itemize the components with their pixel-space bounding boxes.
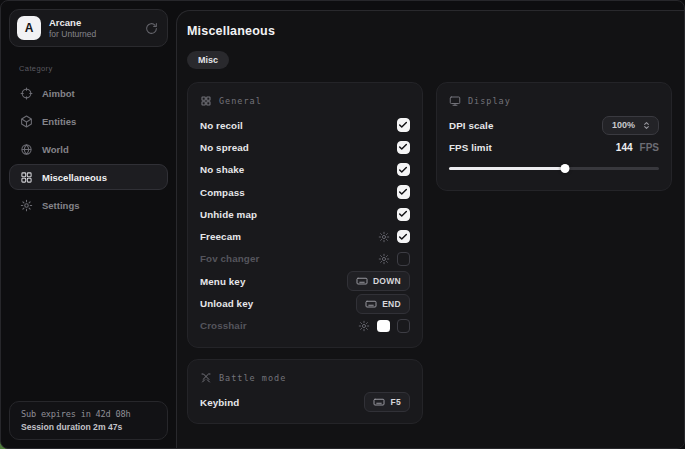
section-title-battle-mode: Battle mode: [219, 373, 286, 383]
setting-row-compass: Compass: [200, 181, 410, 203]
setting-row-no-shake: No shake: [200, 159, 410, 181]
no-shake-checkbox[interactable]: [397, 163, 411, 177]
main-panel: Miscellaneous Misc General No r: [176, 10, 684, 448]
dpi-scale-select[interactable]: 100%: [602, 116, 659, 135]
app-name: Arcane: [49, 17, 137, 29]
sidebar-item-entities[interactable]: Entities: [9, 108, 168, 134]
setting-row-no-recoil: No recoil: [200, 114, 410, 136]
fps-limit-value: 144: [616, 142, 633, 153]
sidebar-item-label: Miscellaneous: [42, 172, 107, 183]
fps-slider-fill: [449, 167, 565, 170]
general-card: General No recoil No spread: [187, 82, 423, 348]
crosshair-icon: [20, 87, 33, 100]
freecam-checkbox[interactable]: [397, 230, 411, 244]
app-window: A Arcane for Unturned Category Aimbot: [0, 0, 685, 449]
setting-row-battle-keybind: Keybind F5: [200, 391, 410, 413]
menu-key-keybind-button[interactable]: DOWN: [347, 271, 410, 291]
monitor-icon: [449, 95, 461, 107]
no-recoil-checkbox[interactable]: [397, 118, 411, 132]
sidebar-item-label: World: [42, 144, 69, 155]
fps-limit-unit: FPS: [640, 142, 659, 153]
setting-row-crosshair: Crosshair: [200, 315, 410, 337]
freecam-settings-gear-icon[interactable]: [378, 231, 390, 243]
no-spread-checkbox[interactable]: [397, 141, 411, 155]
unload-key-keybind-button[interactable]: END: [356, 294, 410, 314]
page-title: Miscellaneous: [187, 24, 669, 38]
grid-small-icon: [200, 95, 212, 107]
category-label: Category: [19, 64, 168, 73]
setting-row-freecam: Freecam: [200, 225, 410, 247]
category-nav: Aimbot Entities World: [9, 80, 168, 218]
globe-icon: [20, 143, 33, 156]
session-duration-text: Session duration 2m 47s: [21, 422, 156, 432]
sidebar-item-miscellaneous[interactable]: Miscellaneous: [9, 164, 168, 190]
keyboard-icon: [373, 396, 385, 408]
fps-limit-slider[interactable]: [449, 164, 659, 174]
keyboard-icon: [356, 275, 368, 287]
sidebar-item-label: Settings: [42, 200, 79, 211]
battle-keybind-button[interactable]: F5: [364, 392, 410, 412]
setting-row-no-spread: No spread: [200, 136, 410, 158]
sidebar-item-label: Entities: [42, 116, 76, 127]
cube-icon: [20, 115, 33, 128]
compass-checkbox[interactable]: [397, 185, 411, 199]
sidebar: A Arcane for Unturned Category Aimbot: [1, 1, 176, 448]
fov-settings-gear-icon[interactable]: [378, 253, 390, 265]
sub-expiry-text: Sub expires in 42d 08h: [21, 409, 156, 419]
screen: A Arcane for Unturned Category Aimbot: [0, 0, 685, 449]
chevrons-up-down-icon: [641, 120, 652, 131]
display-card: Display DPI scale 100%: [436, 82, 672, 191]
keyboard-icon: [365, 298, 377, 310]
setting-row-unhide-map: Unhide map: [200, 203, 410, 225]
setting-row-unload-key: Unload key END: [200, 292, 410, 314]
app-subtitle: for Unturned: [49, 29, 137, 40]
refresh-icon[interactable]: [145, 22, 158, 35]
swords-icon: [200, 372, 212, 384]
crosshair-checkbox[interactable]: [397, 319, 411, 333]
avatar: A: [17, 16, 41, 40]
sidebar-item-label: Aimbot: [42, 88, 75, 99]
subscription-info: Sub expires in 42d 08h Session duration …: [9, 401, 168, 440]
crosshair-color-swatch[interactable]: [377, 320, 390, 333]
sidebar-item-aimbot[interactable]: Aimbot: [9, 80, 168, 106]
account-card[interactable]: A Arcane for Unturned: [9, 9, 168, 47]
section-title-general: General: [219, 96, 262, 106]
unhide-map-checkbox[interactable]: [397, 208, 411, 222]
gear-icon: [20, 199, 33, 212]
tab-misc[interactable]: Misc: [187, 51, 229, 69]
setting-row-fps-limit: FPS limit 144 FPS: [449, 136, 659, 158]
sidebar-item-settings[interactable]: Settings: [9, 192, 168, 218]
crosshair-settings-gear-icon[interactable]: [358, 320, 370, 332]
section-title-display: Display: [468, 96, 511, 106]
fov-changer-checkbox[interactable]: [397, 252, 411, 266]
grid-icon: [20, 171, 33, 184]
setting-row-menu-key: Menu key DOWN: [200, 270, 410, 292]
battle-mode-card: Battle mode Keybind F5: [187, 359, 423, 424]
setting-row-dpi-scale: DPI scale 100%: [449, 114, 659, 136]
fps-slider-thumb[interactable]: [560, 164, 569, 173]
sidebar-item-world[interactable]: World: [9, 136, 168, 162]
setting-row-fov-changer: Fov changer: [200, 248, 410, 270]
